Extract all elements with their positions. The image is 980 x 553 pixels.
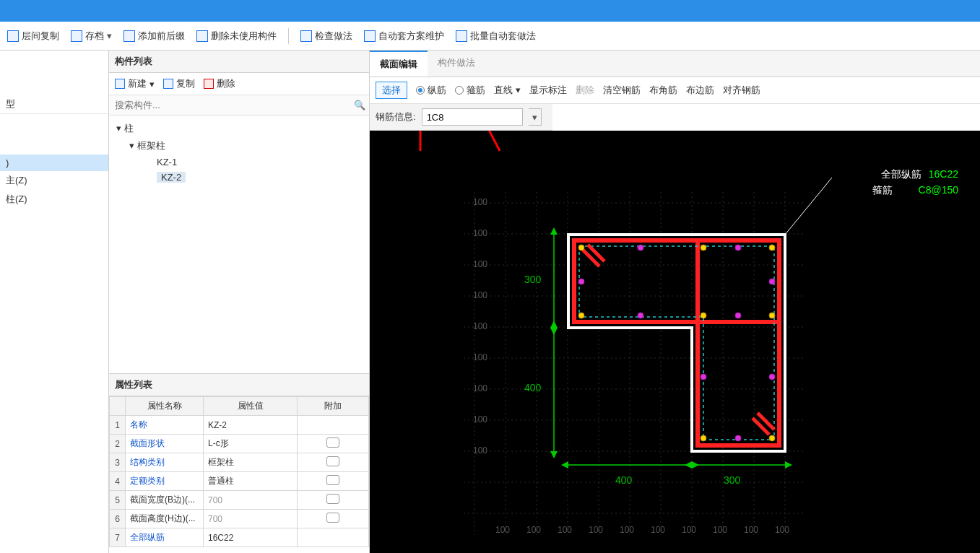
straight-button[interactable]: 直线 ▾: [494, 84, 521, 97]
svg-point-34: [701, 245, 706, 251]
svg-line-63: [478, 131, 500, 151]
toolbar-batch-auto[interactable]: 批量自动套做法: [456, 30, 536, 43]
show-annot-button[interactable]: 显示标注: [529, 84, 567, 97]
chevron-down-icon: ▾: [107, 30, 112, 41]
new-icon: [115, 79, 125, 89]
prop-value[interactable]: 700: [204, 510, 298, 528]
delete-rebar-button[interactable]: 删除: [576, 84, 594, 97]
copy-icon: [7, 30, 19, 42]
search-icon[interactable]: 🔍: [350, 100, 369, 110]
dim-h1: 400: [615, 474, 632, 486]
rebar-info-row: 钢筋信息: ▾: [370, 104, 552, 131]
delete-icon: [196, 30, 208, 42]
svg-point-31: [578, 245, 584, 251]
prop-check[interactable]: [298, 510, 369, 528]
edge-rebar-button[interactable]: 布边筋: [686, 84, 714, 97]
toolbar-archive[interactable]: 存档▾: [71, 30, 112, 43]
nav-item-1[interactable]: ): [0, 154, 108, 171]
copy-button[interactable]: 复制: [163, 77, 195, 90]
table-row[interactable]: 6截面高度(H边)(...700: [110, 510, 369, 528]
property-table: 属性名称 属性值 附加 1名称KZ-22截面形状L-c形3结构类别框架柱4定额类…: [109, 396, 369, 547]
table-row[interactable]: 5截面宽度(B边)(...700: [110, 491, 369, 510]
radio-off-icon: [455, 86, 464, 95]
svg-point-39: [638, 245, 643, 251]
right-tabs: 截面编辑 构件做法: [370, 51, 980, 77]
search-input[interactable]: [109, 95, 350, 115]
table-row[interactable]: 3结构类别框架柱: [110, 453, 369, 472]
type-header: 型: [6, 97, 15, 110]
toolbar-copy-floors[interactable]: 层间复制: [7, 30, 59, 43]
tick: 100: [473, 197, 487, 207]
tick: 100: [775, 525, 789, 535]
prop-check[interactable]: [298, 435, 369, 453]
prop-check[interactable]: [298, 453, 369, 472]
tick: 100: [473, 228, 487, 238]
svg-marker-58: [692, 461, 699, 469]
svg-marker-51: [550, 321, 558, 328]
new-button[interactable]: 新建▾: [115, 77, 155, 90]
prop-check[interactable]: [298, 528, 369, 547]
clear-rebar-button[interactable]: 清空钢筋: [603, 84, 641, 97]
prop-value[interactable]: 16C22: [204, 528, 298, 547]
tree-root[interactable]: ▾ 柱: [115, 120, 363, 137]
table-row[interactable]: 1名称KZ-2: [110, 416, 369, 435]
svg-point-41: [578, 279, 584, 284]
prop-check[interactable]: [298, 472, 369, 491]
tab-method[interactable]: 构件做法: [428, 51, 485, 77]
prop-value[interactable]: 700: [204, 491, 298, 510]
tree-item-kz1[interactable]: KZ-1: [115, 154, 363, 170]
prop-check[interactable]: [298, 416, 369, 435]
delete-button[interactable]: 删除: [204, 77, 235, 90]
prop-name: 截面高度(H边)(...: [126, 510, 204, 528]
svg-marker-57: [685, 461, 692, 469]
radio-longitudinal[interactable]: 纵筋: [416, 84, 446, 97]
tree-sub[interactable]: ▾ 框架柱: [115, 137, 363, 154]
rebar-info-dropdown[interactable]: ▾: [529, 108, 542, 126]
svg-point-45: [701, 374, 706, 380]
tick: 100: [713, 525, 727, 535]
property-panel: 属性列表 属性名称 属性值 附加 1名称KZ-22截面形状L-c形3结构类别框架…: [109, 374, 370, 553]
check-icon: [300, 30, 312, 42]
tick: 100: [589, 525, 603, 535]
tick: 100: [651, 525, 665, 535]
component-tree: ▾ 柱 ▾ 框架柱 KZ-1 KZ-2: [109, 116, 369, 189]
table-row[interactable]: 7全部纵筋16C22: [110, 528, 369, 547]
archive-icon: [71, 30, 82, 42]
toolbar-prefix[interactable]: 添加前后缀: [123, 30, 185, 43]
svg-point-35: [769, 313, 775, 318]
chevron-down-icon: ▾: [149, 79, 155, 90]
prop-value[interactable]: L-c形: [204, 435, 298, 453]
prefix-icon: [123, 30, 135, 42]
svg-point-32: [769, 245, 775, 251]
toolbar-delete-unused[interactable]: 删除未使用构件: [196, 30, 277, 43]
tick: 100: [620, 525, 634, 535]
prop-value[interactable]: 框架柱: [204, 453, 298, 472]
prop-name: 全部纵筋: [126, 528, 204, 547]
table-row[interactable]: 2截面形状L-c形: [110, 435, 369, 453]
table-row[interactable]: 4定额类别普通柱: [110, 472, 369, 491]
svg-marker-23: [574, 240, 779, 445]
nav-item-2[interactable]: 主(Z): [0, 171, 108, 190]
toolbar-auto-template[interactable]: 自动套方案维护: [364, 30, 444, 43]
tree-item-kz2[interactable]: KZ-2: [115, 170, 363, 185]
nav-item-3[interactable]: 柱(Z): [0, 190, 108, 209]
prop-value[interactable]: KZ-2: [204, 416, 298, 435]
radio-stirrup[interactable]: 箍筋: [455, 84, 485, 97]
prop-value[interactable]: 普通柱: [204, 472, 298, 491]
arrow-annotation-1: [406, 131, 435, 158]
prop-name: 名称: [126, 416, 204, 435]
prop-check[interactable]: [298, 491, 369, 510]
tab-section-edit[interactable]: 截面编辑: [370, 51, 428, 77]
batch-icon: [456, 30, 467, 42]
section-canvas[interactable]: 全部纵筋 16C22 箍筋 C8@150: [370, 131, 980, 553]
prop-name: 结构类别: [126, 453, 204, 472]
toolbar-check[interactable]: 检查做法: [300, 30, 352, 43]
svg-marker-59: [785, 461, 792, 469]
select-button[interactable]: 选择: [376, 82, 407, 99]
align-rebar-button[interactable]: 对齐钢筋: [723, 84, 760, 97]
component-list-panel: 构件列表 新建▾ 复制 删除 🔍 ▾ 柱 ▾ 框架柱 KZ-1 KZ-2: [109, 51, 370, 374]
prop-name: 截面宽度(B边)(...: [126, 491, 204, 510]
rebar-info-input[interactable]: [422, 108, 523, 126]
corner-rebar-button[interactable]: 布角筋: [649, 84, 677, 97]
svg-point-46: [769, 374, 775, 380]
